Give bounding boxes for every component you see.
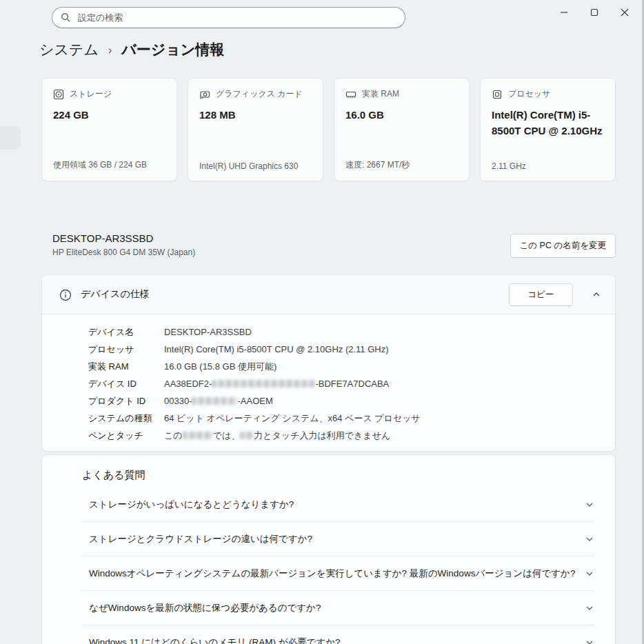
search-box[interactable] [52,7,405,28]
card-label: 実装 RAM [362,88,399,100]
chevron-down-icon [585,603,594,613]
card-footer: 使用領域 36 GB / 224 GB [53,159,147,171]
redacted-blur [240,432,254,439]
card-value: 128 MB [199,108,312,123]
faq-item[interactable]: Windowsオペレーティングシステムの最新バージョンを実行していますか? 最新… [82,556,594,591]
cpu-icon [492,89,503,100]
storage-card: ストレージ 224 GB 使用領域 36 GB / 224 GB [41,78,177,181]
card-label: ストレージ [70,88,112,100]
breadcrumb-system[interactable]: システム [39,40,99,59]
redacted-blur [183,432,213,439]
spec-row: ペンとタッチ このでは、力とタッチ入力は利用できません [88,427,601,444]
copy-button[interactable]: コピー [509,283,573,306]
specs-body: デバイス名 DESKTOP-AR3SSBD プロセッサ Intel(R) Cor… [42,314,615,444]
spec-label: デバイス ID [88,375,164,392]
search-input[interactable] [78,12,396,23]
info-icon [59,289,70,300]
chevron-down-icon [585,534,594,544]
gpu-icon [199,89,210,100]
spec-value-device-id: AA38EDF2--BDFE7A7DCABA [164,375,389,392]
faq-question: ストレージがいっぱいになるとどうなりますか? [89,499,294,511]
card-footer: 2.11 GHz [492,161,526,171]
minimize-button[interactable] [549,0,579,25]
spec-value: Intel(R) Core(TM) i5-8500T CPU @ 2.10GHz… [164,341,389,358]
chevron-down-icon [585,638,594,644]
close-button[interactable] [610,0,640,25]
device-name-block: DESKTOP-AR3SSBD HP EliteDesk 800 G4 DM 3… [52,232,616,257]
card-label: プロセッサ [508,88,550,100]
spec-label: デバイス名 [88,323,164,341]
faq-question: Windowsオペレーティングシステムの最新バージョンを実行していますか? 最新… [89,567,575,580]
device-specs-card: デバイスの仕様 コピー デバイス名 DESKTOP-AR3SSBD プロセッサ … [41,274,616,452]
maximize-button[interactable] [579,0,610,25]
spec-value-product-id: 00330--AAOEM [164,392,273,410]
spec-row: プロダクト ID 00330--AAOEM [88,392,601,410]
page-title: バージョン情報 [121,40,224,59]
spec-value-pen-touch: このでは、力とタッチ入力は利用できません [164,427,390,444]
left-nav-notch [0,126,21,150]
spec-label: 実装 RAM [88,358,164,375]
spec-label: システムの種類 [88,410,164,427]
spec-label: プロダクト ID [88,392,164,410]
faq-item[interactable]: Windows 11 にはどのくらいのメモリ (RAM) が必要ですか? [82,625,594,644]
faq-item[interactable]: ストレージがいっぱいになるとどうなりますか? [82,487,594,522]
window-controls [549,0,640,25]
card-footer: Intel(R) UHD Graphics 630 [199,161,298,171]
faq-question: なぜWindowsを最新の状態に保つ必要があるのですか? [89,602,321,614]
spec-row: システムの種類 64 ビット オペレーティング システム、x64 ベース プロセ… [88,410,601,427]
spec-row: デバイス名 DESKTOP-AR3SSBD [88,323,601,341]
card-label: グラフィックス カード [216,88,303,100]
spec-value: DESKTOP-AR3SSBD [164,323,252,341]
chevron-down-icon [585,500,594,510]
spec-row: 実装 RAM 16.0 GB (15.8 GB 使用可能) [88,358,601,375]
ram-card: 実装 RAM 16.0 GB 速度: 2667 MT/秒 [334,78,470,181]
chevron-down-icon [585,569,594,578]
spec-label: プロセッサ [88,341,164,358]
breadcrumb: システム › バージョン情報 [39,40,224,59]
specs-expander-header[interactable]: デバイスの仕様 コピー [42,275,615,314]
summary-cards: ストレージ 224 GB 使用領域 36 GB / 224 GB グラフィックス… [41,78,616,181]
faq-question: Windows 11 にはどのくらいのメモリ (RAM) が必要ですか? [89,636,341,644]
redacted-blur [212,380,315,388]
faq-section: よくある質問 ストレージがいっぱいになるとどうなりますか? ストレージとクラウド… [41,454,616,644]
spec-value: 16.0 GB (15.8 GB 使用可能) [164,358,276,375]
spec-row: デバイス ID AA38EDF2--BDFE7A7DCABA [88,375,601,392]
redacted-blur [192,397,237,405]
processor-card: プロセッサ Intel(R) Core(TM) i5-8500T CPU @ 2… [480,78,616,181]
spec-row: プロセッサ Intel(R) Core(TM) i5-8500T CPU @ 2… [88,341,601,358]
spec-label: ペンとタッチ [88,427,164,444]
breadcrumb-separator: › [108,43,112,57]
card-footer: 速度: 2667 MT/秒 [345,159,410,171]
search-icon [61,12,72,23]
faq-question: ストレージとクラウドストレージの違いは何ですか? [89,533,312,545]
ram-icon [345,89,356,100]
graphics-card: グラフィックス カード 128 MB Intel(R) UHD Graphics… [188,78,323,181]
spec-value: 64 ビット オペレーティング システム、x64 ベース プロセッサ [164,410,421,427]
storage-icon [53,89,64,100]
faq-item[interactable]: ストレージとクラウドストレージの違いは何ですか? [82,522,594,556]
rename-pc-button[interactable]: この PC の名前を変更 [510,234,616,258]
card-value: 224 GB [53,108,165,123]
faq-item[interactable]: なぜWindowsを最新の状態に保つ必要があるのですか? [82,591,594,625]
card-value: 16.0 GB [345,108,458,123]
faq-title: よくある質問 [82,469,594,482]
card-value: Intel(R) Core(TM) i5-8500T CPU @ 2.10GHz [492,108,604,139]
specs-title: デバイスの仕様 [81,288,499,301]
chevron-up-icon[interactable] [592,290,601,299]
